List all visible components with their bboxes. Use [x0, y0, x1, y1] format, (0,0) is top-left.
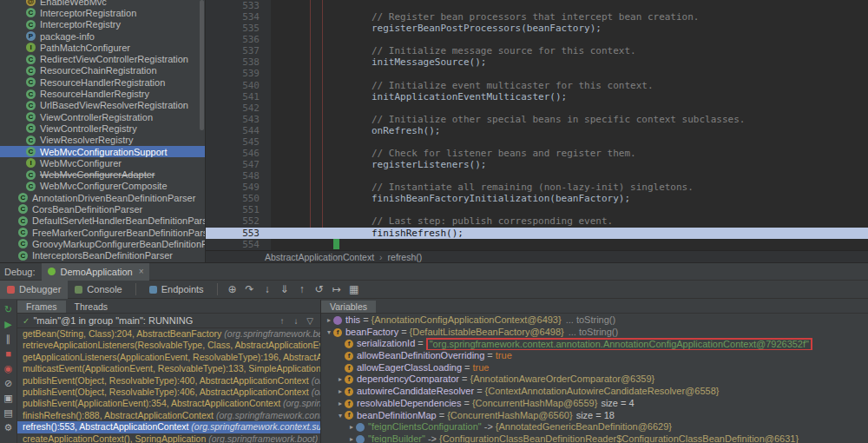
editor-line[interactable]: 550finishBeanFactoryInitialization(beanF…: [206, 193, 868, 204]
evaluate-expression-icon[interactable]: ▦: [345, 283, 363, 295]
view-breakpoints-icon[interactable]: ◉: [4, 361, 13, 376]
variable-row[interactable]: ▸"feignClientsConfiguration" -> {Annotat…: [321, 421, 868, 433]
tree-item[interactable]: @EnableWebMvc: [0, 0, 205, 7]
variable-row[interactable]: fserializationId = "org.springframework.…: [321, 338, 868, 350]
tree-item[interactable]: CDefaultServletHandlerBeanDefinitionPars…: [0, 215, 205, 227]
editor-line[interactable]: 539: [206, 68, 868, 79]
tree-item[interactable]: CViewControllerRegistry: [0, 122, 205, 134]
tree-item[interactable]: Ppackage-info: [0, 30, 205, 42]
tree-item[interactable]: CViewResolverRegistry: [0, 135, 205, 146]
tostring-hint[interactable]: ... toString(): [569, 327, 618, 339]
tree-scrollbar[interactable]: [200, 0, 204, 130]
tree-item[interactable]: CInterceptorRegistration: [0, 7, 205, 18]
tree-item[interactable]: CAnnotationDrivenBeanDefinitionParser: [0, 192, 205, 203]
expand-icon[interactable]: ▸: [336, 398, 345, 410]
tree-item[interactable]: CResourceChainRegistration: [0, 65, 205, 76]
stop-icon[interactable]: ■: [5, 347, 11, 361]
editor-line[interactable]: 549// Instantiate all remaining (non-laz…: [206, 182, 868, 193]
tab-console[interactable]: Console: [68, 281, 128, 299]
tree-item[interactable]: CInterceptorsBeanDefinitionParser: [0, 250, 205, 261]
expand-icon[interactable]: ▸: [336, 374, 345, 386]
editor-line[interactable]: 541initApplicationEventMulticaster();: [206, 91, 868, 102]
show-execution-point-icon[interactable]: ⊕: [224, 283, 241, 295]
variable-row[interactable]: ▾fbeanFactory = {DefaultListableBeanFact…: [321, 327, 868, 339]
tab-variables[interactable]: Variables: [321, 301, 376, 313]
step-into-icon[interactable]: ↓: [259, 283, 276, 295]
tab-endpoints[interactable]: Endpoints: [142, 281, 211, 299]
editor-line-execution-point[interactable]: 553finishRefresh();: [206, 228, 868, 239]
tab-debugger[interactable]: Debugger: [0, 281, 68, 299]
editor-line[interactable]: 533: [206, 0, 868, 11]
editor-line[interactable]: 534// Register bean processors that inte…: [206, 11, 868, 23]
arrow-down-icon[interactable]: ↓: [289, 316, 303, 326]
tree-item[interactable]: CGroovyMarkupConfigurerBeanDefinitionPar…: [0, 238, 205, 249]
arrow-up-icon[interactable]: ↑: [275, 316, 289, 326]
restore-layout-icon[interactable]: ▤: [3, 406, 12, 420]
thread-dump-icon[interactable]: ▣: [3, 391, 12, 406]
stack-frame-row[interactable]: publishEvent(ApplicationEvent):354, Abst…: [17, 398, 320, 409]
tree-item[interactable]: CInterceptorRegistry: [0, 19, 205, 30]
stack-frame-row[interactable]: publishEvent(Object, ResolvableType):400…: [17, 375, 320, 387]
breadcrumb-method[interactable]: refresh(): [388, 252, 423, 262]
editor-line[interactable]: 537// Initialize message source for this…: [206, 45, 868, 56]
stack-frame-row[interactable]: getBean(String, Class):204, AbstractBean…: [17, 328, 320, 340]
tree-item[interactable]: CCorsBeanDefinitionParser: [0, 203, 205, 215]
stack-frame-row[interactable]: multicastEvent(ApplicationEvent, Resolva…: [17, 363, 320, 374]
variable-row[interactable]: ▸this = {AnnotationConfigApplicationCont…: [321, 314, 868, 327]
drop-frame-icon[interactable]: ↺: [311, 283, 328, 295]
editor-line[interactable]: 544onRefresh();: [206, 125, 868, 136]
variable-row[interactable]: ▸fresolvableDependencies = {ConcurrentHa…: [321, 398, 868, 410]
stack-frame-row[interactable]: finishRefresh():888, AbstractApplication…: [17, 410, 320, 421]
step-out-icon[interactable]: ↑: [293, 283, 311, 295]
tree-item[interactable]: IPathMatchConfigurer: [0, 42, 205, 53]
editor-line[interactable]: 540// Initialize event multicaster for t…: [206, 80, 868, 91]
tree-item[interactable]: CUrlBasedViewResolverRegistration: [0, 100, 205, 111]
editor-line[interactable]: 548: [206, 170, 868, 182]
variable-row[interactable]: ▸fdependencyComparator = {AnnotationAwar…: [321, 374, 868, 386]
variable-row[interactable]: ▸fautowireCandidateResolver = {ContextAn…: [321, 386, 868, 398]
tree-item[interactable]: CWebMvcConfigurationSupport: [0, 146, 205, 157]
expand-icon[interactable]: ▸: [325, 314, 333, 327]
run-to-cursor-icon[interactable]: ↦: [328, 283, 345, 295]
step-over-icon[interactable]: ↷: [241, 283, 259, 295]
editor-line[interactable]: 542: [206, 102, 868, 114]
variable-row[interactable]: fallowBeanDefinitionOverriding = true: [321, 350, 868, 362]
editor-line[interactable]: 551: [206, 204, 868, 215]
tree-item[interactable]: CResourceHandlerRegistry: [0, 88, 205, 99]
stack-frame-row[interactable]: createApplicationContext(), SpringApplic…: [17, 433, 320, 443]
tree-item[interactable]: CWebMvcConfigurerAdapter: [0, 169, 205, 180]
editor-line[interactable]: 546// Check for listener beans and regis…: [206, 148, 868, 159]
variable-row[interactable]: ▸"feignBuilder" -> {ConfigurationClassBe…: [321, 433, 868, 443]
expand-icon[interactable]: ▸: [347, 433, 356, 443]
variable-row[interactable]: fallowEagerClassLoading = true: [321, 362, 868, 374]
editor-line[interactable]: 535registerBeanPostProcessors(beanFactor…: [206, 23, 868, 34]
collapse-icon[interactable]: ▾: [336, 410, 345, 422]
close-icon[interactable]: ×: [139, 267, 144, 276]
tree-item[interactable]: CFreeMarkerConfigurerBeanDefinitionParse…: [0, 227, 205, 238]
expand-icon[interactable]: ▸: [347, 421, 356, 433]
tab-threads[interactable]: Threads: [66, 301, 117, 313]
settings-icon[interactable]: ⚙: [4, 420, 13, 435]
stack-frame-row[interactable]: retrieveApplicationListeners(ResolvableT…: [17, 340, 320, 351]
editor-line[interactable]: 554: [206, 239, 868, 250]
editor-line[interactable]: 545: [206, 136, 868, 148]
expand-icon[interactable]: ▸: [336, 386, 345, 398]
thread-selector[interactable]: ✓ "main"@1 in group "main": RUNNING ↑ ↓ …: [17, 314, 320, 328]
tree-item[interactable]: IWebMvcConfigurer: [0, 157, 205, 169]
editor-line[interactable]: 536: [206, 34, 868, 45]
editor-line[interactable]: 547registerListeners();: [206, 159, 868, 170]
tostring-hint[interactable]: ... toString(): [566, 314, 615, 327]
rerun-icon[interactable]: ↻: [4, 302, 12, 317]
session-tab-demoapplication[interactable]: DemoApplication ×: [42, 263, 149, 281]
breadcrumb-class[interactable]: AbstractApplicationContext: [265, 252, 374, 262]
stack-frame-row[interactable]: refresh():553, AbstractApplicationContex…: [17, 421, 320, 433]
editor-line[interactable]: 538initMessageSource();: [206, 56, 868, 68]
tree-item[interactable]: CViewControllerRegistration: [0, 111, 205, 122]
resume-icon[interactable]: ▶: [4, 317, 11, 332]
filter-icon[interactable]: ▽: [303, 316, 317, 326]
mute-breakpoints-icon[interactable]: ⊘: [4, 376, 12, 391]
tree-item[interactable]: CWebMvcConfigurerComposite: [0, 181, 205, 192]
editor-line[interactable]: 552// Last step: publish corresponding e…: [206, 215, 868, 227]
variable-row[interactable]: ▾fbeanDefinitionMap = {ConcurrentHashMap…: [321, 410, 868, 422]
pause-icon[interactable]: ∥: [6, 332, 11, 347]
